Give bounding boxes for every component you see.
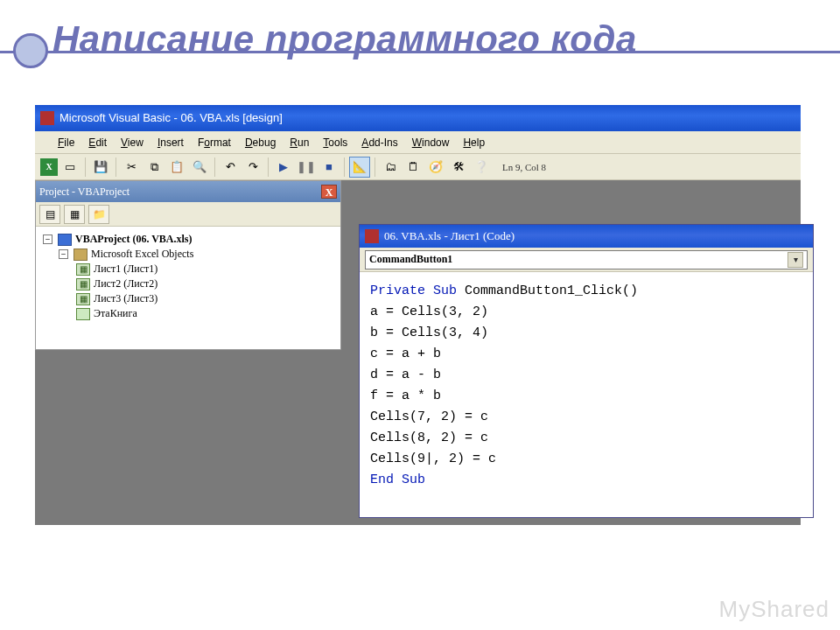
project-explorer-titlebar[interactable]: Project - VBAProject X xyxy=(36,181,340,202)
copy-icon[interactable]: ⧉ xyxy=(144,157,164,178)
tree-sheet-item[interactable]: Лист2 (Лист2) xyxy=(39,276,337,291)
menu-format[interactable]: Format xyxy=(198,136,231,149)
menu-addins[interactable]: Add-Ins xyxy=(361,136,397,149)
menu-help[interactable]: Help xyxy=(463,136,485,149)
code-line[interactable]: b = Cells(3, 4) xyxy=(370,323,802,344)
close-icon[interactable]: X xyxy=(321,185,337,199)
code-line[interactable]: Cells(9|, 2) = c xyxy=(370,449,802,470)
redo-icon[interactable]: ↷ xyxy=(242,157,263,178)
app-icon xyxy=(40,111,54,125)
code-object-bar: CommandButton1 ▾ xyxy=(360,248,813,272)
title-underline xyxy=(0,51,840,53)
project-tree: − VBAProject (06. VBA.xls) − Microsoft E… xyxy=(36,227,340,349)
menu-file[interactable]: File xyxy=(58,136,74,149)
workspace: Project - VBAProject X ▤ ▦ 📁 − VBAProjec… xyxy=(35,180,801,525)
window-titlebar[interactable]: Microsoft Visual Basic - 06. VBA.xls [de… xyxy=(35,105,801,131)
view-code-icon[interactable]: ▤ xyxy=(39,205,60,224)
code-editor[interactable]: Private Sub CommandButton1_Click()a = Ce… xyxy=(360,272,813,517)
break-icon[interactable]: ❚❚ xyxy=(296,157,317,178)
toolbar: X ▭ 💾 ✂ ⧉ 📋 🔍 ↶ ↷ ▶ ❚❚ ■ 📐 🗂 🗒 🧭 🛠 ❔ Ln … xyxy=(35,154,801,180)
undo-icon[interactable]: ↶ xyxy=(220,157,241,178)
toolbar-separator xyxy=(85,158,86,177)
vba-window: Microsoft Visual Basic - 06. VBA.xls [de… xyxy=(35,105,801,525)
code-line[interactable]: End Sub xyxy=(370,470,802,491)
code-window: 06. VBA.xls - Лист1 (Code) CommandButton… xyxy=(359,224,814,518)
folder-label: Microsoft Excel Objects xyxy=(91,248,193,261)
project-explorer-title: Project - VBAProject xyxy=(39,182,130,201)
code-line[interactable]: a = Cells(3, 2) xyxy=(370,302,802,323)
collapse-icon[interactable]: − xyxy=(43,234,52,244)
code-window-title: 06. VBA.xls - Лист1 (Code) xyxy=(384,225,514,248)
menu-run[interactable]: Run xyxy=(290,136,309,149)
properties-icon[interactable]: 🗒 xyxy=(402,157,424,178)
toolbar-separator xyxy=(116,158,116,177)
code-line[interactable]: c = a + b xyxy=(370,344,802,365)
view-object-icon[interactable]: ▦ xyxy=(64,205,85,224)
toolbar-separator xyxy=(344,158,345,177)
tree-item-label: Лист2 (Лист2) xyxy=(94,277,158,290)
code-line[interactable]: Private Sub CommandButton1_Click() xyxy=(370,281,802,302)
cut-icon[interactable]: ✂ xyxy=(121,157,142,178)
toolbar-separator xyxy=(214,158,215,177)
title-bullet-icon xyxy=(13,33,48,68)
slide-title: Написание программного кода xyxy=(52,18,637,60)
toolbar-separator xyxy=(374,158,375,177)
tree-item-label: Лист3 (Лист3) xyxy=(94,292,158,305)
window-title-text: Microsoft Visual Basic - 06. VBA.xls [de… xyxy=(60,105,283,131)
tree-item-label: ЭтаКнига xyxy=(94,307,137,320)
slide-title-area: Написание программного кода xyxy=(0,0,840,79)
workbook-icon xyxy=(76,308,90,320)
worksheet-icon xyxy=(76,293,90,305)
project-explorer-icon[interactable]: 🗂 xyxy=(380,157,401,178)
code-line[interactable]: f = a * b xyxy=(370,386,802,407)
folder-icon xyxy=(74,248,88,261)
code-window-titlebar[interactable]: 06. VBA.xls - Лист1 (Code) xyxy=(360,225,813,248)
vba-project-icon xyxy=(58,234,72,246)
run-icon[interactable]: ▶ xyxy=(273,157,294,178)
code-line[interactable]: Cells(8, 2) = c xyxy=(370,428,802,449)
tree-folder[interactable]: − Microsoft Excel Objects xyxy=(39,247,337,262)
toggle-folders-icon[interactable]: 📁 xyxy=(88,205,109,224)
worksheet-icon xyxy=(76,263,90,276)
project-root-label: VBAProject (06. VBA.xls) xyxy=(75,233,192,246)
object-dropdown[interactable]: CommandButton1 ▾ xyxy=(365,250,808,270)
project-explorer-toolbar: ▤ ▦ 📁 xyxy=(36,202,340,227)
tree-sheet-item[interactable]: Лист1 (Лист1) xyxy=(39,262,337,276)
menu-bar: File Edit View Insert Format Debug Run T… xyxy=(35,131,801,154)
tree-workbook-item[interactable]: ЭтаКнига xyxy=(39,306,337,321)
object-browser-icon[interactable]: 🧭 xyxy=(425,157,446,178)
menu-tools[interactable]: Tools xyxy=(323,136,347,149)
project-explorer: Project - VBAProject X ▤ ▦ 📁 − VBAProjec… xyxy=(35,180,341,350)
object-dropdown-value: CommandButton1 xyxy=(369,253,452,266)
menu-insert[interactable]: Insert xyxy=(158,136,184,149)
find-icon[interactable]: 🔍 xyxy=(189,157,210,178)
insert-userform-icon[interactable]: ▭ xyxy=(60,157,80,178)
menu-window[interactable]: Window xyxy=(412,136,450,149)
toolbar-separator xyxy=(268,158,269,177)
menu-edit[interactable]: Edit xyxy=(88,136,107,149)
watermark: MyShared xyxy=(719,596,830,623)
code-window-icon xyxy=(365,229,379,243)
code-line[interactable]: d = a - b xyxy=(370,365,802,386)
toolbox-icon[interactable]: 🛠 xyxy=(448,157,469,178)
collapse-icon[interactable]: − xyxy=(59,249,68,259)
help-icon[interactable]: ❔ xyxy=(471,157,492,178)
worksheet-icon xyxy=(76,278,90,290)
chevron-down-icon[interactable]: ▾ xyxy=(788,252,803,268)
tree-sheet-item[interactable]: Лист3 (Лист3) xyxy=(39,291,337,306)
tree-item-label: Лист1 (Лист1) xyxy=(94,262,158,276)
excel-icon[interactable]: X xyxy=(40,158,58,176)
code-line[interactable]: Cells(7, 2) = c xyxy=(370,407,802,428)
paste-icon[interactable]: 📋 xyxy=(166,157,187,178)
save-icon[interactable]: 💾 xyxy=(90,157,111,178)
tree-project-root[interactable]: − VBAProject (06. VBA.xls) xyxy=(39,232,337,247)
menu-view[interactable]: View xyxy=(121,136,144,149)
reset-icon[interactable]: ■ xyxy=(318,157,340,178)
menu-debug[interactable]: Debug xyxy=(245,136,276,149)
cursor-position: Ln 9, Col 8 xyxy=(502,162,546,172)
design-mode-icon[interactable]: 📐 xyxy=(349,157,370,178)
